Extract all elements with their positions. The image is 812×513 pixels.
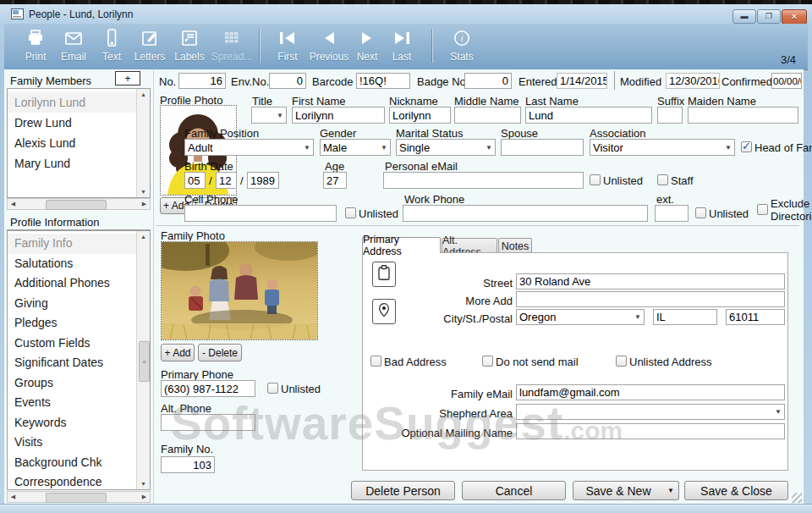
shepherd-area-dropdown[interactable]: ▼: [516, 404, 785, 420]
scroll-left-icon[interactable]: ◀: [8, 199, 19, 209]
association-dropdown[interactable]: Visitor▼: [590, 139, 735, 156]
state-field[interactable]: IL: [653, 309, 717, 325]
confirmed-field[interactable]: 00/00/00: [771, 73, 802, 89]
bad-address-checkbox[interactable]: [370, 356, 381, 367]
scroll-down-icon[interactable]: ▼: [137, 478, 150, 489]
family-position-dropdown[interactable]: Adult▼: [184, 139, 314, 156]
work-phone-field[interactable]: [403, 205, 648, 222]
scroll-down-icon[interactable]: ▼: [137, 186, 150, 197]
ext-field[interactable]: [655, 205, 689, 222]
family-members-hscrollbar[interactable]: ◀▶: [7, 198, 151, 210]
city-dropdown[interactable]: Oregon▼: [516, 309, 645, 325]
marital-status-dropdown[interactable]: Single▼: [396, 139, 496, 156]
next-button[interactable]: Next: [351, 26, 383, 67]
do-not-send-mail-checkbox[interactable]: [482, 356, 493, 367]
suffix-field[interactable]: [657, 107, 683, 124]
primary-phone-unlisted-checkbox[interactable]: [267, 383, 278, 394]
title-bar[interactable]: People - Lund, Lorilynn: [4, 4, 808, 24]
save-and-close-button[interactable]: Save & Close: [684, 481, 788, 500]
print-button[interactable]: Print: [19, 26, 52, 67]
gender-dropdown[interactable]: Male▼: [320, 139, 391, 156]
profile-info-item[interactable]: Events: [8, 393, 137, 413]
scrollbar-thumb[interactable]: ≡: [139, 341, 150, 382]
barcode-field[interactable]: !16Q!: [356, 73, 410, 89]
env-no-field[interactable]: 0: [269, 73, 306, 89]
scrollbar-thumb[interactable]: [46, 200, 107, 210]
save-and-new-dropdown[interactable]: ▼: [663, 481, 679, 500]
save-and-new-button[interactable]: Save & New: [573, 481, 664, 500]
profile-info-hscrollbar[interactable]: ◀▶: [7, 491, 151, 503]
profile-info-item[interactable]: Custom Fields: [8, 334, 137, 354]
scroll-right-icon[interactable]: ▶: [139, 199, 150, 209]
primary-phone-field[interactable]: (630) 987-1122: [161, 380, 255, 397]
unlisted-address-checkbox[interactable]: [616, 356, 627, 367]
email-button[interactable]: Email: [57, 26, 91, 67]
family-photo-add-button[interactable]: + Add: [161, 344, 195, 361]
alt-phone-field[interactable]: [161, 414, 255, 431]
labels-button[interactable]: Labels: [172, 26, 207, 67]
profile-info-item[interactable]: Groups: [8, 373, 137, 394]
scroll-right-icon[interactable]: ▶: [139, 492, 150, 502]
first-button[interactable]: First: [270, 26, 305, 67]
nickname-field[interactable]: Lorilynn: [389, 107, 451, 124]
scrollbar-thumb[interactable]: [46, 493, 107, 503]
profile-info-item[interactable]: Giving: [8, 294, 137, 314]
family-no-field[interactable]: 103: [161, 456, 215, 473]
family-photo[interactable]: [161, 241, 318, 340]
postal-field[interactable]: 61011: [726, 309, 785, 325]
family-member-item[interactable]: Mary Lund: [8, 153, 137, 174]
profile-info-item[interactable]: Additional Phones: [8, 273, 137, 294]
tab-alt-address[interactable]: Alt. Address: [442, 238, 497, 253]
profile-info-item[interactable]: Pledges: [8, 313, 137, 334]
family-members-scrollbar[interactable]: ▲▼: [136, 89, 150, 197]
personal-email-unlisted-checkbox[interactable]: [590, 174, 601, 185]
scroll-up-icon[interactable]: ▲: [137, 89, 150, 100]
staff-checkbox[interactable]: [657, 174, 668, 185]
birth-day-field[interactable]: 12: [216, 172, 237, 189]
text-button[interactable]: Text: [99, 26, 124, 67]
profile-info-item[interactable]: Visits: [8, 433, 137, 453]
cell-phone-field[interactable]: [184, 205, 337, 222]
previous-button[interactable]: Previous: [305, 26, 353, 67]
last-name-field[interactable]: Lund: [525, 107, 652, 124]
more-add-field[interactable]: [516, 291, 785, 307]
badge-no-field[interactable]: 0: [464, 73, 512, 89]
family-member-item[interactable]: Alexis Lund: [8, 133, 137, 153]
resize-grip[interactable]: [792, 493, 802, 503]
personal-email-field[interactable]: [383, 172, 584, 189]
minimize-button[interactable]: ▬: [732, 9, 756, 24]
family-photo-delete-button[interactable]: - Delete: [198, 344, 242, 361]
profile-info-item[interactable]: Salutations: [8, 254, 137, 274]
scroll-left-icon[interactable]: ◀: [8, 492, 19, 502]
tab-notes[interactable]: Notes: [498, 238, 532, 253]
birth-month-field[interactable]: 05: [184, 172, 206, 189]
maximize-button[interactable]: ❐: [757, 9, 781, 24]
close-button[interactable]: ✕: [782, 9, 807, 25]
middle-name-field[interactable]: [454, 107, 521, 124]
cancel-button[interactable]: Cancel: [462, 481, 566, 500]
street-field[interactable]: 30 Roland Ave: [516, 273, 785, 290]
no-field[interactable]: 16: [178, 73, 226, 89]
spouse-field[interactable]: [501, 139, 584, 156]
last-button[interactable]: Last: [385, 26, 419, 67]
work-unlisted-checkbox[interactable]: [695, 207, 706, 218]
profile-info-item[interactable]: Keywords: [8, 413, 137, 433]
profile-info-item[interactable]: Correspondence: [8, 472, 137, 490]
family-email-field[interactable]: lundfam@gmail.com: [516, 384, 785, 400]
delete-person-button[interactable]: Delete Person: [351, 481, 455, 500]
stats-button[interactable]: i Stats: [444, 26, 480, 67]
scroll-up-icon[interactable]: ▲: [137, 231, 150, 242]
first-name-field[interactable]: Lorilynn: [292, 107, 385, 124]
family-member-item[interactable]: Drew Lund: [8, 113, 137, 133]
exclude-directories-checkbox[interactable]: [757, 204, 768, 215]
profile-info-scrollbar[interactable]: ▲ ≡ ▼: [136, 231, 150, 489]
tab-primary-address[interactable]: Primary Address: [362, 237, 441, 253]
letters-button[interactable]: Letters: [131, 26, 168, 67]
head-of-family-checkbox[interactable]: [741, 141, 752, 152]
maiden-name-field[interactable]: [688, 107, 798, 124]
optional-mailing-name-field[interactable]: [516, 423, 785, 439]
profile-info-item[interactable]: Significant Dates: [8, 353, 137, 373]
cell-unlisted-checkbox[interactable]: [345, 207, 356, 218]
title-dropdown[interactable]: ▼: [251, 107, 287, 124]
birth-year-field[interactable]: 1989: [247, 172, 279, 189]
